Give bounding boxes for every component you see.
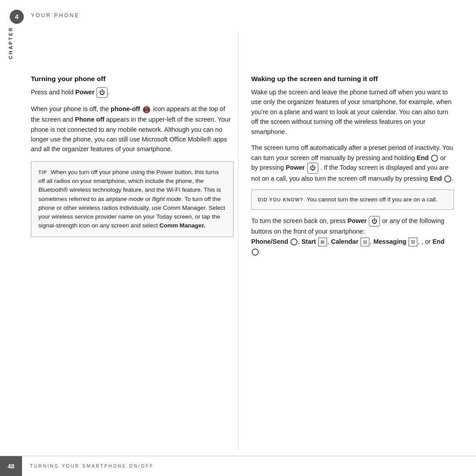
end-circle-3 <box>252 249 259 256</box>
power-button-icon-3: ⏻ <box>369 216 380 227</box>
left-para2: When your phone is off, the phone-off 📵 … <box>31 104 234 154</box>
right-column: Waking up the screen and turning it off … <box>251 31 454 450</box>
phoneoff-text-bold: Phone off <box>75 116 104 123</box>
power-bold: Power <box>75 89 95 96</box>
tip-bold-end: Comm Manager. <box>160 222 205 229</box>
dyk-text: You cannot turn the screen off if you ar… <box>307 196 437 203</box>
right-para2: The screen turns off automatically after… <box>251 143 454 183</box>
page: 4 YOUR PHONE CHAPTER Turning your phone … <box>0 0 476 476</box>
power-button-icon: ⏻ <box>97 87 108 98</box>
end-circle-1 <box>431 155 438 162</box>
did-you-know-box: DID YOU KNOW? You cannot turn the screen… <box>251 190 454 210</box>
chapter-label: CHAPTER <box>8 26 13 59</box>
phonesend-bold: Phone/Send <box>251 238 288 245</box>
messaging-icon: ☒ <box>409 238 417 246</box>
end-bold1: End <box>416 154 428 161</box>
footer: 48 TURNING YOUR SMARTPHONE ON/OFF <box>0 456 476 476</box>
end-bold3: End <box>432 238 444 245</box>
tip-mid: or <box>144 196 152 202</box>
content-area: Turning your phone off Press and hold Po… <box>31 31 454 450</box>
right-para1: Wake up the screen and leave the phone t… <box>251 87 454 137</box>
phoneoff-bold: phone-off <box>111 105 140 112</box>
tip-box: TIP When you turn off your phone using t… <box>31 161 234 237</box>
phonesend-circle <box>290 238 298 245</box>
power-bold3: Power <box>347 217 367 224</box>
left-heading: Turning your phone off <box>31 75 234 83</box>
start-bold: Start <box>301 238 316 245</box>
left-para1: Press and hold Power ⏻. <box>31 87 234 98</box>
tip-label: TIP <box>38 170 47 175</box>
phoneoff-icon: 📵 <box>142 104 151 115</box>
right-heading: Waking up the screen and turning it off <box>251 75 454 83</box>
footer-page-number: 48 <box>0 456 22 476</box>
chapter-number: 4 <box>10 10 24 24</box>
calendar-icon: ⊟ <box>361 238 369 246</box>
calendar-bold: Calendar <box>331 238 358 245</box>
tip-italic1: airplane mode <box>106 196 144 202</box>
power-button-icon-2: ⏻ <box>307 163 318 173</box>
end-circle-2 <box>444 175 451 182</box>
messaging-bold: Messaging <box>373 238 406 245</box>
left-column: Turning your phone off Press and hold Po… <box>31 31 234 450</box>
dyk-label: DID YOU KNOW? <box>258 197 303 202</box>
end-bold2: End <box>430 175 442 182</box>
right-para3: To turn the screen back on, press Power … <box>251 216 454 257</box>
top-header: YOUR PHONE <box>31 12 80 19</box>
tip-italic2: flight mode <box>152 196 181 202</box>
footer-label: TURNING YOUR SMARTPHONE ON/OFF <box>30 464 154 469</box>
start-icon: ⊞ <box>318 238 327 246</box>
power-bold2: Power <box>286 164 305 171</box>
